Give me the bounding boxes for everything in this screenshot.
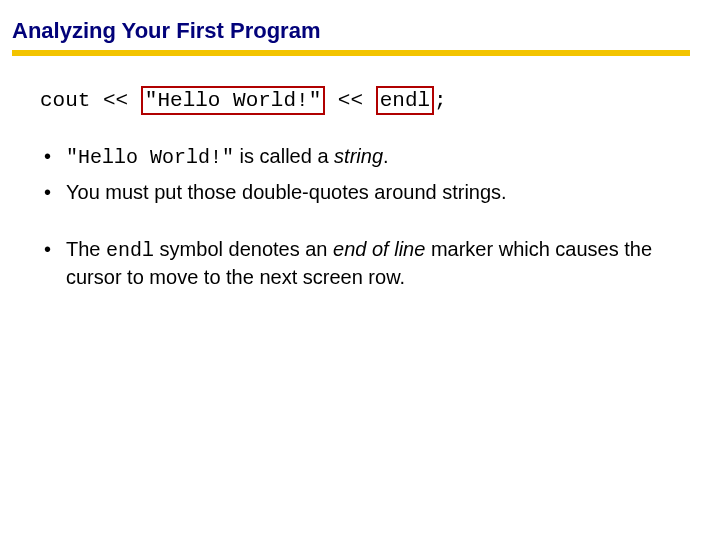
bullet-list: "Hello World!" is called a string. You m… — [12, 143, 690, 206]
spacer — [12, 214, 690, 236]
bullet-1-code: "Hello World!" — [66, 146, 234, 169]
slide-title: Analyzing Your First Program — [12, 18, 690, 50]
slide: Analyzing Your First Program cout << "He… — [0, 0, 720, 540]
code-endl-box: endl — [376, 86, 434, 115]
bullet-3-t2: symbol denotes an — [154, 238, 333, 260]
bullet-1-t2: . — [383, 145, 389, 167]
bullet-1-em: string — [334, 145, 383, 167]
code-line: cout << "Hello World!" << endl; — [40, 86, 690, 115]
code-mid: << — [325, 89, 375, 112]
bullet-1-t1: is called a — [234, 145, 334, 167]
bullet-list-2: The endl symbol denotes an end of line m… — [12, 236, 690, 291]
code-string-literal-box: "Hello World!" — [141, 86, 325, 115]
bullet-3-code: endl — [106, 239, 154, 262]
code-semicolon: ; — [434, 89, 447, 112]
bullet-2: You must put those double-quotes around … — [44, 179, 690, 206]
title-underline — [12, 50, 690, 56]
code-cout: cout << — [40, 89, 141, 112]
bullet-3: The endl symbol denotes an end of line m… — [44, 236, 690, 291]
bullet-3-t1: The — [66, 238, 106, 260]
bullet-1: "Hello World!" is called a string. — [44, 143, 690, 171]
bullet-3-em: end of line — [333, 238, 425, 260]
